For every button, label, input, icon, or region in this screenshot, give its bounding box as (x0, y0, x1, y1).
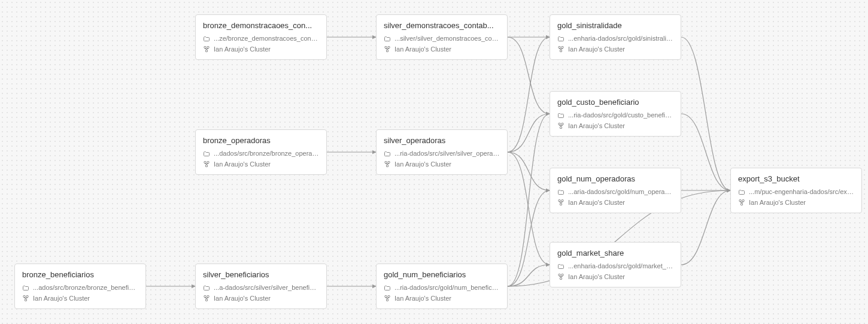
node-bronze_demonstracoes[interactable]: bronze_demonstracaoes_con......ze/bronze… (195, 14, 327, 60)
folder-icon (557, 189, 564, 196)
node-cluster: Ian Araujo's Cluster (214, 159, 319, 170)
svg-rect-35 (387, 299, 389, 301)
pipeline-dag-canvas[interactable]: { "cluster_label": "Ian Araujo's Cluster… (0, 0, 868, 324)
node-cluster-row: Ian Araujo's Cluster (557, 121, 673, 132)
node-title: silver_demonstracoes_contab... (384, 21, 500, 30)
node-cluster: Ian Araujo's Cluster (568, 121, 673, 132)
node-cluster: Ian Araujo's Cluster (568, 44, 673, 55)
node-path: ...enharia-dados/src/gold/market_share (568, 261, 673, 272)
node-gold_num_beneficiarios[interactable]: gold_num_beneficiarios...ria-dados/src/g… (376, 264, 508, 309)
node-cluster-row: Ian Araujo's Cluster (203, 293, 319, 304)
svg-rect-19 (562, 200, 563, 202)
svg-rect-4 (388, 47, 390, 49)
node-cluster-row: Ian Araujo's Cluster (203, 159, 319, 170)
node-gold_num_operadoras[interactable]: gold_num_operadoras...aria-dados/src/gol… (550, 168, 681, 213)
node-title: silver_beneficiarios (203, 270, 319, 279)
node-cluster: Ian Araujo's Cluster (214, 293, 319, 304)
node-cluster: Ian Araujo's Cluster (749, 198, 854, 208)
svg-rect-3 (385, 47, 387, 49)
node-silver_demonstracoes[interactable]: silver_demonstracoes_contab......silver/… (376, 14, 508, 60)
node-cluster-row: Ian Araujo's Cluster (203, 44, 319, 55)
node-path: ...enharia-dados/src/gold/sinistralidade (568, 34, 673, 44)
svg-rect-22 (742, 200, 744, 202)
node-gold_market_share[interactable]: gold_market_share...enharia-dados/src/go… (550, 242, 681, 287)
node-title: bronze_demonstracaoes_con... (203, 21, 319, 30)
node-path-row: ...enharia-dados/src/gold/market_share (557, 261, 673, 272)
node-title: bronze_beneficiarios (22, 270, 138, 279)
node-path-row: ...m/puc-engenharia-dados/src/export (738, 187, 854, 198)
edge-silver_operadoras-to-gold_custo_beneficiario (508, 114, 550, 152)
svg-rect-15 (385, 162, 387, 163)
edge-silver_demonstracoes-to-gold_custo_beneficiario (508, 37, 550, 114)
svg-rect-33 (385, 296, 387, 298)
folder-icon (384, 284, 391, 292)
svg-rect-20 (560, 204, 562, 205)
node-title: bronze_operadoras (203, 136, 319, 145)
svg-rect-6 (559, 47, 560, 49)
cluster-icon (203, 46, 210, 53)
node-path: ...ados/src/bronze/bronze_beneficiarios (33, 283, 138, 293)
node-title: gold_market_share (557, 249, 673, 258)
node-path: ...dados/src/bronze/bronze_operadoras (214, 149, 319, 159)
cluster-icon (384, 46, 391, 53)
node-title: gold_num_operadoras (557, 174, 673, 183)
folder-icon (203, 150, 210, 158)
folder-icon (384, 35, 391, 43)
node-cluster-row: Ian Araujo's Cluster (738, 198, 854, 208)
node-path: ...silver/silver_demonstracoes_contabeis (394, 34, 500, 44)
svg-rect-1 (207, 47, 209, 49)
svg-rect-10 (562, 123, 563, 125)
node-cluster-row: Ian Araujo's Cluster (557, 272, 673, 283)
node-path: ...m/puc-engenharia-dados/src/export (749, 187, 854, 198)
edge-silver_operadoras-to-gold_sinistralidade (508, 37, 550, 152)
svg-rect-17 (387, 165, 389, 167)
node-cluster: Ian Araujo's Cluster (568, 272, 673, 283)
folder-icon (384, 150, 391, 158)
svg-rect-25 (562, 274, 563, 276)
edge-gold_sinistralidade-to-export_s3_bucket (681, 37, 730, 190)
svg-rect-30 (204, 296, 206, 298)
svg-rect-32 (206, 299, 208, 301)
node-cluster: Ian Araujo's Cluster (394, 293, 500, 304)
node-bronze_operadoras[interactable]: bronze_operadoras...dados/src/bronze/bro… (195, 129, 327, 175)
node-path-row: ...ria-dados/src/silver/silver_operadora… (384, 149, 500, 159)
cluster-icon (557, 46, 564, 53)
cluster-icon (557, 273, 564, 280)
edge-silver_operadoras-to-gold_market_share (508, 152, 550, 265)
node-title: silver_operadoras (384, 136, 500, 145)
node-path-row: ...a-dados/src/silver/silver_beneficiari… (203, 283, 319, 293)
node-title: gold_num_beneficiarios (384, 270, 500, 279)
node-path: ...a-dados/src/silver/silver_beneficiari… (214, 283, 319, 293)
svg-rect-14 (206, 165, 208, 167)
node-path-row: ...aria-dados/src/gold/num_operadoras (557, 187, 673, 198)
svg-rect-29 (25, 299, 27, 301)
edge-gold_custo_beneficiario-to-export_s3_bucket (681, 114, 730, 190)
node-gold_sinistralidade[interactable]: gold_sinistralidade...enharia-dados/src/… (550, 14, 681, 60)
svg-rect-9 (559, 123, 560, 125)
node-path: ...ze/bronze_demonstracoes_contabeis (214, 34, 319, 44)
node-cluster-row: Ian Araujo's Cluster (384, 44, 500, 55)
node-silver_beneficiarios[interactable]: silver_beneficiarios...a-dados/src/silve… (195, 264, 327, 309)
node-gold_custo_beneficiario[interactable]: gold_custo_beneficiario...ria-dados/src/… (550, 91, 681, 137)
node-silver_operadoras[interactable]: silver_operadoras...ria-dados/src/silver… (376, 129, 508, 175)
svg-rect-7 (562, 47, 563, 49)
cluster-icon (203, 295, 210, 302)
edge-gold_market_share-to-export_s3_bucket (681, 190, 730, 265)
cluster-icon (22, 295, 29, 302)
node-path-row: ...ados/src/bronze/bronze_beneficiarios (22, 283, 138, 293)
node-cluster-row: Ian Araujo's Cluster (384, 293, 500, 304)
node-path-row: ...silver/silver_demonstracoes_contabeis (384, 34, 500, 44)
svg-rect-34 (388, 296, 390, 298)
node-cluster-row: Ian Araujo's Cluster (557, 198, 673, 208)
svg-rect-2 (206, 50, 208, 52)
svg-rect-11 (560, 127, 562, 129)
node-cluster: Ian Araujo's Cluster (568, 198, 673, 208)
edge-gold_num_beneficiarios-to-gold_num_operadoras (508, 190, 550, 286)
folder-icon (557, 35, 564, 43)
node-export_s3_bucket[interactable]: export_s3_bucket...m/puc-engenharia-dado… (730, 168, 862, 213)
node-path: ...ria-dados/src/gold/custo_beneficiario (568, 110, 673, 121)
svg-rect-24 (559, 274, 560, 276)
folder-icon (22, 284, 29, 292)
node-bronze_beneficiarios[interactable]: bronze_beneficiarios...ados/src/bronze/b… (14, 264, 146, 309)
cluster-icon (557, 122, 564, 129)
